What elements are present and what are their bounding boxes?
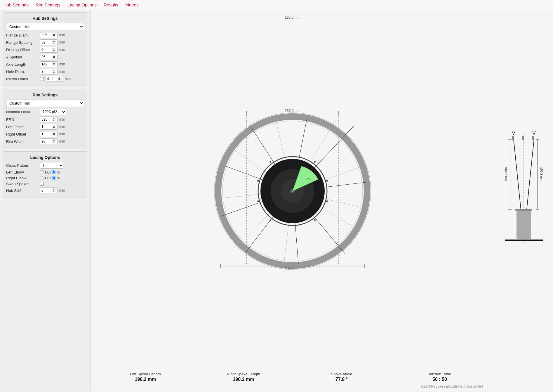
rim-settings-title: Rim Settings [6,93,84,97]
hub-settings-section: Hub Settings Custom Hub Generic Hub Flan… [3,12,87,86]
svg-line-61 [534,131,535,135]
right-offset-row: Right Offset mm [6,131,84,137]
svg-point-31 [292,156,293,157]
svg-rect-54 [522,136,524,140]
left-elbow-out-label: Out [45,170,51,174]
swap-spokes-checkbox[interactable] [40,182,44,186]
right-elbow-out-radio[interactable] [40,176,44,180]
axle-length-unit: mm [59,62,65,66]
right-spoke-length-value: 190.2 mm [194,377,293,382]
cross-pattern-row: Cross Pattern 0 1 2 3 4 [6,162,84,169]
paired-holes-checkbox[interactable] [40,77,44,81]
hole-diam-input[interactable] [40,69,58,74]
left-offset-input[interactable] [40,124,58,130]
center-panel: 235.0 mm 235.0 mm [91,10,495,391]
tension-ratio-label: Tension Ratio [391,372,489,376]
svg-rect-56 [515,209,532,211]
svg-point-39 [257,180,259,182]
top-dimension-area: 235.0 mm [285,15,300,20]
paired-holes-label: Paired Holes [6,77,38,81]
hole-diam-unit: mm [59,70,65,74]
left-elbow-in-radio[interactable] [52,170,55,174]
svg-line-58 [512,131,514,135]
nav-rim-settings[interactable]: Rim Settings [36,2,60,8]
left-offset-unit: mm [59,125,65,129]
nav-lacing-options[interactable]: Lacing Options [67,2,97,8]
svg-point-32 [314,161,316,163]
left-spoke-length-label: Left Spoke Length [96,372,194,376]
svg-point-34 [326,200,328,202]
right-offset-label: Right Offset [6,132,38,136]
right-elbow-label: Right Elbow [6,176,38,180]
svg-point-37 [269,219,271,221]
left-elbow-radio-group: Out In [40,170,60,174]
right-offset-input[interactable] [40,131,58,137]
cross-pattern-label: Cross Pattern [6,163,38,168]
hub-shift-input[interactable] [40,188,58,193]
tension-ratio-result: Tension Ratio 50 : 50 [391,372,489,382]
left-spoke-length-result: Left Spoke Length 190.2 mm [96,372,194,382]
right-offset-unit: mm [59,132,65,136]
left-dim-text: 190.2 mm [504,167,508,182]
right-spoke-length-label: Right Spoke Length [194,372,293,376]
right-elbow-radio-group: Out In [40,176,60,180]
rim-width-unit: mm [59,139,65,143]
paired-holes-row: Paired Holes mm [6,76,84,82]
svg-line-46 [527,139,534,209]
flange-diam-unit: mm [59,33,65,37]
nominal-diam-select[interactable]: 700C (62… 650B (584) 26" (559) [40,109,66,115]
rim-width-row: Rim Width mm [6,138,84,144]
erd-input[interactable] [40,117,58,122]
rim-settings-section: Rim Settings Custom Rim Generic Rim Nomi… [3,89,87,148]
svg-rect-55 [532,136,534,140]
dishing-offset-input[interactable] [40,47,58,53]
paired-holes-input[interactable] [46,76,63,82]
right-elbow-row: Right Elbow Out In [6,176,84,180]
left-elbow-out-radio[interactable] [40,170,44,174]
rim-width-input[interactable] [40,138,58,144]
nav-hub-settings[interactable]: Hub Settings [4,2,29,8]
wheel-diagram-container: 235.0 mm 235.0 mm [96,13,489,366]
hole-diam-label: Hole Diam. [6,70,38,74]
nav-results[interactable]: Results [104,2,118,8]
rim-width-label: Rim Width [6,139,38,144]
results-row: Left Spoke Length 190.2 mm Right Spoke L… [96,369,489,383]
left-spoke-length-value: 190.2 mm [96,377,194,382]
dishing-offset-unit: mm [59,48,65,52]
left-elbow-row: Left Elbow Out In [6,170,84,174]
right-spoke-length-result: Right Spoke Length 190.2 mm [194,372,293,382]
svg-point-35 [314,219,316,221]
nav-videos[interactable]: Videos [125,2,139,8]
flange-diam-input[interactable] [40,32,58,38]
num-spokes-input[interactable] [40,54,58,60]
hole-diam-row: Hole Diam. mm [6,69,84,74]
hub-shift-label: Hub Shift [6,188,38,193]
hub-settings-title: Hub Settings [6,16,84,21]
hub-shift-unit: mm [59,188,65,192]
erd-row: ERD mm [6,117,84,122]
left-offset-row: Left Offset mm [6,124,84,130]
num-spokes-label: # Spokes [6,55,38,59]
erd-unit: mm [59,117,65,122]
swap-spokes-label: Swap Spokes [6,182,38,186]
left-panel: Hub Settings Custom Hub Generic Hub Flan… [0,10,91,391]
cross-pattern-select[interactable]: 0 1 2 3 4 [40,162,63,169]
right-panel: 190.2 mm 190.2 mm [495,10,553,391]
right-elbow-in-radio[interactable] [52,176,55,180]
right-dim-text: 190.2 mm [540,167,543,182]
dishing-offset-label: Dishing Offset [6,48,38,52]
left-elbow-in-label: In [57,170,60,174]
flange-spacing-input[interactable] [40,39,58,45]
svg-line-59 [514,131,515,135]
lacing-options-title: Lacing Options [6,155,84,160]
right-elbow-in-label: In [57,176,60,180]
hub-shift-row: Hub Shift mm [6,188,84,193]
axle-length-input[interactable] [40,61,58,67]
rim-select[interactable]: Custom Rim Generic Rim [6,100,84,107]
num-spokes-row: # Spokes [6,54,84,60]
svg-point-40 [269,161,271,163]
dishing-offset-row: Dishing Offset mm [6,47,84,53]
main-nav: Hub Settings Rim Settings Lacing Options… [0,0,553,10]
hub-select[interactable]: Custom Hub Generic Hub [6,23,84,30]
spoke-angle-result: Spoke Angle 77.8 ° [293,372,391,382]
